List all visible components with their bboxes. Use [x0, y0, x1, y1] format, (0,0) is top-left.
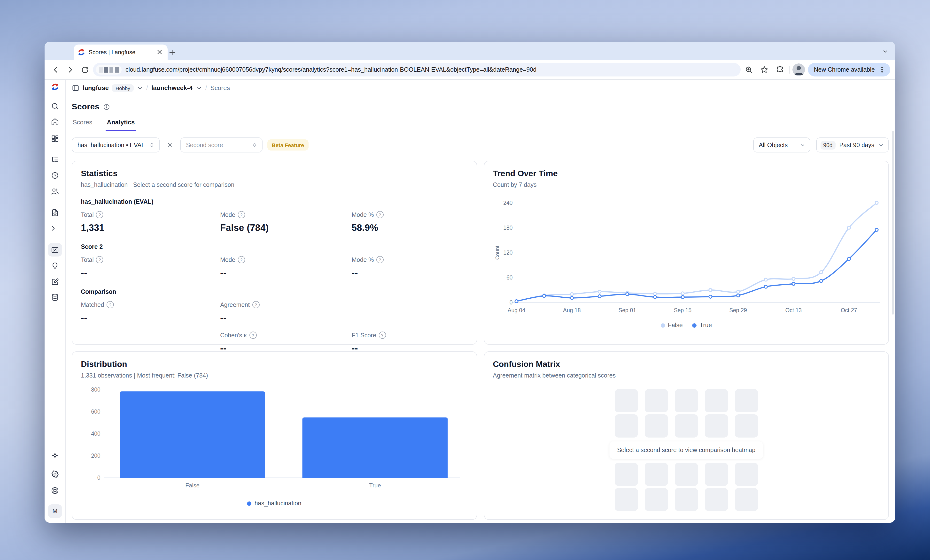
data-point[interactable]	[736, 294, 739, 297]
breadcrumb-project[interactable]: launchweek-4	[151, 84, 193, 92]
home-icon[interactable]	[48, 115, 62, 128]
address-bar[interactable]: cloud.langfuse.com/project/cmhnuoj660007…	[93, 63, 741, 77]
toolbar-divider	[789, 66, 790, 74]
date-range-select[interactable]: 90d Past 90 days	[816, 138, 889, 152]
breadcrumb-org[interactable]: langfuse	[83, 84, 109, 92]
data-point[interactable]	[653, 292, 656, 295]
svg-text:False: False	[185, 482, 200, 489]
svg-text:Oct 13: Oct 13	[785, 307, 802, 313]
extensions-icon[interactable]	[773, 63, 786, 76]
help-icon[interactable]	[237, 211, 245, 218]
legend-item-has-hallucination[interactable]: has_hallucination	[247, 500, 301, 507]
help-icon[interactable]	[376, 256, 383, 263]
data-point[interactable]	[847, 226, 850, 229]
help-icon[interactable]	[252, 301, 259, 308]
score2-select[interactable]: Second score	[180, 138, 263, 152]
data-point[interactable]	[792, 282, 795, 285]
metric-value: --	[220, 268, 352, 278]
data-point[interactable]	[681, 296, 684, 298]
new-tab-button[interactable]	[166, 47, 177, 58]
support-icon[interactable]	[48, 483, 62, 497]
project-chevron-down-icon[interactable]	[196, 85, 202, 91]
data-point[interactable]	[792, 277, 795, 280]
data-point[interactable]	[570, 296, 573, 299]
data-point[interactable]	[764, 278, 767, 281]
scores-icon[interactable]	[48, 243, 62, 256]
zoom-icon[interactable]	[742, 63, 755, 76]
sidebar-toggle-icon[interactable]	[72, 84, 79, 92]
browser-tab[interactable]: Scores | Langfuse	[74, 44, 168, 60]
data-point[interactable]	[819, 270, 822, 273]
help-icon[interactable]	[376, 211, 383, 218]
user-avatar-badge[interactable]: M	[48, 504, 62, 518]
legend-item-true[interactable]: True	[693, 322, 712, 328]
svg-text:True: True	[369, 482, 381, 489]
metric-mode-pct2: Mode % --	[352, 256, 468, 278]
help-icon[interactable]	[96, 211, 103, 218]
data-point[interactable]	[681, 292, 684, 295]
legend-item-false[interactable]: False	[661, 322, 683, 328]
data-point[interactable]	[709, 288, 711, 292]
data-point[interactable]	[736, 290, 739, 293]
close-tab-icon[interactable]	[156, 48, 164, 56]
score1-select[interactable]: has_hallucination • EVAL	[72, 138, 160, 152]
data-point[interactable]	[875, 201, 878, 204]
org-chevron-down-icon[interactable]	[137, 85, 143, 91]
annotation-icon[interactable]	[48, 275, 62, 288]
profile-avatar[interactable]	[793, 63, 805, 76]
distribution-bar-chart[interactable]: 0200400600800FalseTrue	[81, 383, 468, 498]
whats-new-icon[interactable]	[48, 449, 62, 463]
tab-analytics[interactable]: Analytics	[106, 118, 136, 131]
data-point[interactable]	[819, 279, 822, 282]
bar-true[interactable]	[302, 417, 448, 478]
dashboards-icon[interactable]	[48, 132, 62, 145]
settings-icon[interactable]	[48, 467, 62, 481]
evaluators-icon[interactable]	[48, 259, 62, 273]
tab-search-icon[interactable]	[882, 48, 888, 57]
score1-section-heading: has_hallucination (EVAL)	[81, 198, 468, 205]
bookmark-star-icon[interactable]	[758, 63, 771, 76]
playground-icon[interactable]	[48, 222, 62, 235]
data-point[interactable]	[625, 293, 628, 296]
page-scrollbar[interactable]	[892, 131, 894, 315]
help-icon[interactable]	[96, 256, 103, 263]
date-range-chip: 90d	[820, 141, 835, 149]
data-point[interactable]	[847, 258, 850, 261]
tracing-icon[interactable]	[48, 153, 62, 167]
help-icon[interactable]	[249, 331, 257, 339]
svg-text:Sep 01: Sep 01	[618, 307, 636, 313]
data-point[interactable]	[653, 296, 656, 298]
kebab-menu-icon[interactable]	[876, 63, 888, 76]
sessions-icon[interactable]	[48, 169, 62, 182]
trend-line-chart[interactable]: 060120180240CountAug 04Aug 18Sep 01Sep 1…	[493, 194, 880, 318]
reload-icon[interactable]	[79, 63, 91, 76]
page-tabs: Scores Analytics	[65, 118, 895, 131]
data-point[interactable]	[515, 300, 517, 303]
prompts-icon[interactable]	[48, 206, 62, 219]
users-icon[interactable]	[48, 184, 62, 198]
bar-false[interactable]	[120, 391, 265, 478]
new-chrome-available-button[interactable]: New Chrome available	[808, 63, 890, 77]
back-icon[interactable]	[49, 63, 62, 76]
data-point[interactable]	[598, 295, 601, 298]
search-icon[interactable]	[48, 99, 62, 113]
data-point[interactable]	[542, 294, 545, 297]
date-range-value: Past 90 days	[839, 141, 874, 148]
data-point[interactable]	[764, 285, 767, 288]
url-text[interactable]: cloud.langfuse.com/project/cmhnuoj660007…	[125, 66, 536, 73]
forward-icon[interactable]	[64, 63, 77, 76]
data-point[interactable]	[709, 295, 711, 298]
clear-score1-button[interactable]	[165, 140, 176, 150]
info-icon[interactable]	[103, 104, 110, 110]
object-type-select[interactable]: All Objects	[753, 138, 810, 152]
help-icon[interactable]	[106, 301, 114, 308]
metric-label: Mode %	[352, 256, 374, 263]
help-icon[interactable]	[237, 256, 245, 263]
data-point[interactable]	[570, 293, 573, 296]
help-icon[interactable]	[379, 331, 386, 339]
data-point[interactable]	[598, 290, 601, 293]
data-point[interactable]	[875, 228, 878, 231]
comparison-section-heading: Comparison	[81, 288, 468, 295]
tab-scores[interactable]: Scores	[72, 118, 93, 131]
datasets-icon[interactable]	[48, 290, 62, 304]
